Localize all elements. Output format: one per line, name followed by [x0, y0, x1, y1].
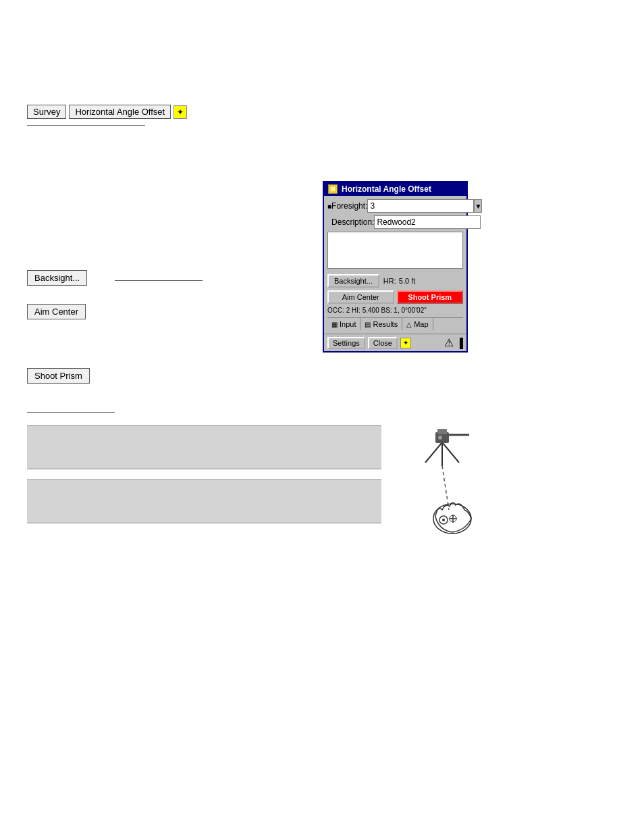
footer-star-icon[interactable]: ✦: [400, 338, 411, 348]
horizontal-angle-offset-dialog: ⊞ Horizontal Angle Offset ■ Foresight: ▼…: [323, 181, 468, 353]
input-tab-icon: ▦: [331, 321, 338, 328]
tab-map-label: Map: [414, 320, 428, 328]
warning-icon[interactable]: ⚠: [444, 336, 454, 349]
dialog-titlebar: ⊞ Horizontal Angle Offset: [324, 182, 466, 196]
action-row: Aim Center Shoot Prism: [327, 290, 463, 304]
svg-line-7: [442, 466, 449, 510]
dialog-aim-center-button[interactable]: Aim Center: [327, 290, 394, 304]
shoot-prism-button[interactable]: Shoot Prism: [27, 368, 90, 384]
notes-textarea[interactable]: [327, 232, 463, 269]
dialog-status: OCC: 2 HI: 5.400 BS: 1, 0°00'02": [327, 307, 463, 314]
shoot-underline: [27, 412, 115, 413]
dialog-backsight-button[interactable]: Backsight...: [327, 274, 379, 288]
close-button[interactable]: Close: [368, 337, 398, 349]
survey-nav-button[interactable]: Survey: [27, 105, 66, 119]
tab-input[interactable]: ▦ Input: [327, 318, 360, 330]
content-box-1: [27, 425, 381, 469]
dialog-body: ■ Foresight: ▼ ■ Description: Backsight.…: [324, 196, 466, 334]
tab-results[interactable]: ▤ Results: [360, 318, 402, 330]
hr-value: 5.0 ft: [399, 277, 415, 285]
tab-results-label: Results: [373, 320, 398, 328]
hr-label: HR:: [383, 277, 396, 285]
foresight-dropdown[interactable]: ▼: [474, 199, 482, 213]
content-box-2: [27, 479, 381, 523]
star-icon[interactable]: ✦: [173, 105, 187, 119]
backsight-underline: [115, 280, 203, 281]
map-tab-icon: △: [406, 321, 412, 328]
svg-line-1: [442, 442, 459, 463]
description-row: ■ Description:: [327, 215, 463, 229]
description-label: Description:: [331, 217, 374, 227]
dialog-title-icon: ⊞: [328, 184, 338, 194]
foresight-input[interactable]: [367, 199, 474, 213]
svg-point-13: [442, 519, 445, 521]
tab-map[interactable]: △ Map: [402, 318, 433, 330]
survey-diagram: [385, 405, 506, 540]
backsight-hr-row: Backsight... HR: 5.0 ft: [327, 274, 463, 288]
svg-line-0: [425, 442, 442, 463]
svg-point-6: [438, 436, 442, 440]
foresight-row: ■ Foresight: ▼: [327, 199, 463, 213]
aim-center-button[interactable]: Aim Center: [27, 304, 86, 319]
offset-nav-button[interactable]: Horizontal Angle Offset: [69, 105, 171, 119]
collapse-icon[interactable]: ▐: [456, 338, 463, 348]
results-tab-icon: ▤: [365, 321, 371, 328]
foresight-label: Foresight:: [331, 201, 367, 211]
dialog-title: Horizontal Angle Offset: [342, 184, 431, 194]
breadcrumb: Survey Horizontal Angle Offset ✦: [27, 105, 187, 119]
dialog-footer: Settings Close ✦ ⚠ ▐: [324, 334, 466, 351]
dialog-tabs: ▦ Input ▤ Results △ Map: [327, 317, 463, 330]
svg-rect-4: [437, 429, 447, 434]
description-input[interactable]: [374, 215, 481, 229]
backsight-button[interactable]: Backsight...: [27, 270, 87, 286]
nav-underline: [27, 125, 145, 126]
settings-button[interactable]: Settings: [327, 337, 365, 349]
tab-input-label: Input: [340, 320, 356, 328]
dialog-shoot-prism-button[interactable]: Shoot Prism: [397, 290, 464, 304]
